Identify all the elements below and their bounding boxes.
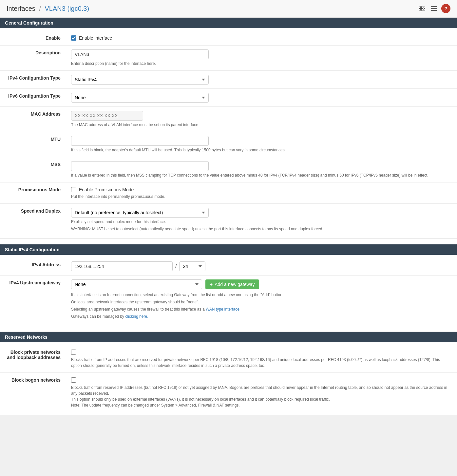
promiscuous-label: Promiscuous Mode	[0, 182, 66, 204]
gateway-controls: None + Add a new gateway	[71, 279, 451, 289]
mac-address-help: The MAC address of a VLAN interface must…	[71, 122, 451, 128]
mtu-help: If this field is blank, the adapter's de…	[71, 147, 451, 153]
clicking-here-link[interactable]: clicking here.	[125, 314, 148, 319]
speed-duplex-help-1: Explicitly set speed and duplex mode for…	[71, 219, 451, 225]
ipv4-address-row: IPv4 Address / 1234 5678 9101112 1314151…	[0, 257, 457, 276]
ipv4-address-input[interactable]	[71, 261, 173, 271]
prefix-slash: /	[175, 263, 177, 269]
block-private-checkbox-wrapper	[71, 350, 451, 355]
mac-address-label: MAC Address	[0, 107, 66, 132]
add-gateway-button[interactable]: + Add a new gateway	[205, 279, 259, 289]
general-configuration-section: General Configuration Enable Enable inte…	[0, 17, 457, 239]
gateway-help-3: Selecting an upstream gateway causes the…	[71, 306, 451, 312]
static-ipv4-section: Static IPv4 Configuration IPv4 Address /…	[0, 244, 457, 326]
ipv4-address-label: IPv4 Address	[0, 257, 66, 276]
promiscuous-input-cell: Enable Promiscuous Mode Put the interfac…	[66, 182, 457, 204]
enable-checkbox-wrapper: Enable interface	[71, 35, 451, 41]
settings-icon[interactable]	[418, 4, 427, 13]
block-private-checkbox[interactable]	[71, 350, 76, 355]
upstream-gateway-input-cell: None + Add a new gateway If this interfa…	[66, 276, 457, 324]
promiscuous-checkbox[interactable]	[71, 187, 76, 192]
block-private-label: Block private networks and loopback addr…	[0, 345, 66, 373]
enable-checkbox[interactable]	[71, 35, 76, 41]
header-icons: ?	[418, 4, 450, 13]
description-row: Description Enter a description (name) f…	[0, 46, 457, 71]
gateway-select[interactable]: None	[71, 279, 202, 289]
ipv6-type-select[interactable]: None Static IPv6 DHCPv6 SLAAC 6rd Tunnel…	[71, 93, 209, 103]
enable-row: Enable Enable interface	[0, 31, 457, 46]
upstream-gateway-label: IPv4 Upstream gateway	[0, 276, 66, 324]
reserved-networks-section: Reserved Networks Block private networks…	[0, 332, 457, 415]
mtu-input[interactable]	[71, 136, 209, 146]
list-icon[interactable]	[429, 4, 439, 13]
svg-point-4	[423, 8, 425, 10]
enable-checkbox-label: Enable interface	[79, 35, 112, 41]
speed-duplex-label: Speed and Duplex	[0, 204, 66, 236]
upstream-gateway-row: IPv4 Upstream gateway None + Add a new g…	[0, 276, 457, 324]
promiscuous-row: Promiscuous Mode Enable Promiscuous Mode…	[0, 182, 457, 204]
mss-help: If a value is entered in this field, the…	[71, 172, 451, 178]
breadcrumb-base: Interfaces	[7, 5, 35, 12]
svg-rect-8	[431, 10, 437, 11]
ipv4-type-input-cell: None Static IPv4 DHCP PPPoE PPP PPTP L2T…	[66, 71, 457, 89]
enable-label: Enable	[0, 31, 66, 46]
gateway-help-2: On local area network interfaces the ups…	[71, 299, 451, 305]
promiscuous-checkbox-wrapper: Enable Promiscuous Mode	[71, 187, 451, 192]
block-bogon-checkbox-wrapper	[71, 377, 451, 383]
block-bogon-help: Blocks traffic from reserved IP addresse…	[71, 385, 451, 408]
promiscuous-checkbox-label: Enable Promiscuous Mode	[79, 187, 134, 192]
block-bogon-checkbox[interactable]	[71, 377, 76, 383]
mtu-label: MTU	[0, 132, 66, 157]
mac-address-input-cell: The MAC address of a VLAN interface must…	[66, 107, 457, 132]
static-ipv4-header: Static IPv4 Configuration	[0, 244, 457, 255]
static-ipv4-table: IPv4 Address / 1234 5678 9101112 1314151…	[0, 257, 457, 323]
gateway-help-4: Gateways can be managed by clicking here…	[71, 314, 451, 319]
ipv4-type-select[interactable]: None Static IPv4 DHCP PPPoE PPP PPTP L2T…	[71, 75, 209, 85]
mtu-input-cell: If this field is blank, the adapter's de…	[66, 132, 457, 157]
gateway-help-1: If this interface is an Internet connect…	[71, 292, 451, 298]
add-gateway-plus: +	[210, 282, 213, 287]
ipv6-type-row: IPv6 Configuration Type None Static IPv6…	[0, 89, 457, 107]
mac-address-input[interactable]	[71, 111, 143, 121]
ipv4-address-input-cell: / 1234 5678 9101112 13141516 17181920 21…	[66, 257, 457, 276]
description-label: Description	[0, 46, 66, 71]
mtu-row: MTU If this field is blank, the adapter'…	[0, 132, 457, 157]
ipv6-type-label: IPv6 Configuration Type	[0, 89, 66, 107]
description-help: Enter a description (name) for the inter…	[71, 61, 451, 67]
mss-input-cell: If a value is entered in this field, the…	[66, 157, 457, 182]
general-configuration-header: General Configuration	[0, 18, 457, 28]
breadcrumb-separator: /	[39, 5, 41, 12]
promiscuous-help: Put the interface into permanently promi…	[71, 194, 451, 200]
block-bogon-row: Block bogon networks Blocks traffic from…	[0, 373, 457, 412]
block-private-row: Block private networks and loopback addr…	[0, 345, 457, 373]
mss-label: MSS	[0, 157, 66, 182]
svg-rect-7	[431, 8, 437, 9]
description-input[interactable]	[71, 49, 209, 59]
breadcrumb: Interfaces / VLAN3 (igc0.3)	[7, 5, 89, 12]
general-configuration-table: Enable Enable interface Description Ente…	[0, 31, 457, 236]
block-private-input-cell: Blocks traffic from IP addresses that ar…	[66, 345, 457, 373]
prefix-select[interactable]: 1234 5678 9101112 13141516 17181920 2122…	[179, 261, 205, 271]
ipv4-type-row: IPv4 Configuration Type None Static IPv4…	[0, 71, 457, 89]
help-icon[interactable]: ?	[441, 4, 450, 13]
wan-type-link[interactable]: WAN type interface.	[206, 307, 240, 312]
reserved-networks-table: Block private networks and loopback addr…	[0, 345, 457, 412]
add-gateway-label: Add a new gateway	[215, 282, 255, 287]
ipv4-address-controls: / 1234 5678 9101112 13141516 17181920 21…	[71, 261, 451, 271]
breadcrumb-current: VLAN3 (igc0.3)	[45, 5, 89, 12]
mss-row: MSS If a value is entered in this field,…	[0, 157, 457, 182]
block-bogon-input-cell: Blocks traffic from reserved IP addresse…	[66, 373, 457, 412]
enable-input-cell: Enable interface	[66, 31, 457, 46]
description-input-cell: Enter a description (name) for the inter…	[66, 46, 457, 71]
page-header: Interfaces / VLAN3 (igc0.3)	[0, 0, 457, 17]
block-private-help: Blocks traffic from IP addresses that ar…	[71, 357, 451, 369]
mac-address-row: MAC Address The MAC address of a VLAN in…	[0, 107, 457, 132]
block-bogon-label: Block bogon networks	[0, 373, 66, 412]
speed-duplex-row: Speed and Duplex Default (no preference,…	[0, 204, 457, 236]
speed-duplex-help-2: WARNING: MUST be set to autoselect (auto…	[71, 226, 451, 232]
ipv6-type-input-cell: None Static IPv6 DHCPv6 SLAAC 6rd Tunnel…	[66, 89, 457, 107]
svg-rect-6	[431, 6, 437, 7]
speed-duplex-input-cell: Default (no preference, typically autose…	[66, 204, 457, 236]
mss-input[interactable]	[71, 161, 209, 171]
speed-duplex-select[interactable]: Default (no preference, typically autose…	[71, 208, 209, 218]
